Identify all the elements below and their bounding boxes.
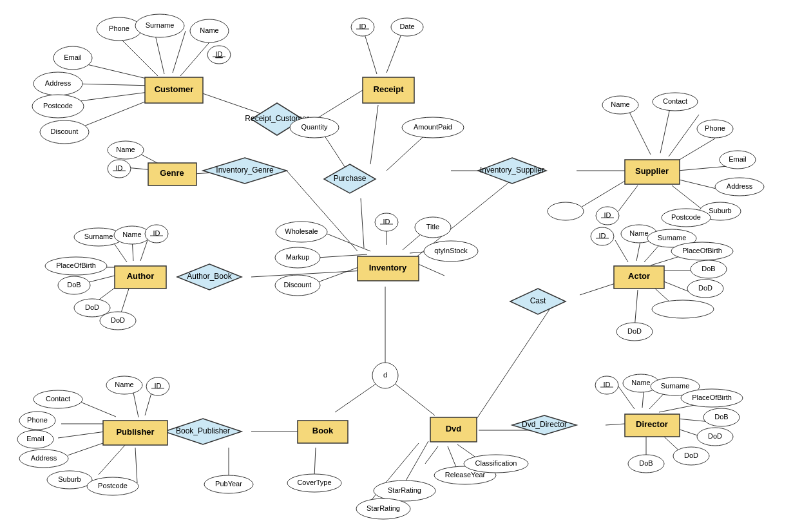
svg-line-30 <box>618 185 638 211</box>
dvd-starrating-label: StarRating <box>388 486 421 494</box>
svg-line-29 <box>672 185 702 209</box>
svg-line-26 <box>675 138 715 162</box>
inventory-markup-label: Markup <box>286 253 310 261</box>
director-dob2-label: DoB <box>639 459 653 467</box>
svg-line-59 <box>335 383 377 412</box>
svg-line-60 <box>394 383 435 415</box>
genre-name-label: Name <box>116 146 135 153</box>
svg-line-28 <box>676 179 721 190</box>
svg-line-68 <box>135 448 137 483</box>
specialization-label: d <box>383 371 387 379</box>
author-book-label: Author_Book <box>187 272 232 281</box>
author-label: Author <box>127 271 155 281</box>
receipt-label: Receipt <box>374 84 405 94</box>
actor-placeofbirth2-attr <box>652 300 714 318</box>
author-name-label: Name <box>122 231 141 238</box>
svg-line-11 <box>387 31 403 73</box>
actor-placeofbirth-label: PlaceOfBirth <box>682 247 722 254</box>
customer-address-label: Address <box>45 79 72 87</box>
book-label: Book <box>312 426 334 435</box>
author-surname-label: Surname <box>84 233 113 240</box>
purchase-label: Purchase <box>334 174 367 183</box>
actor-surname-label: Surname <box>658 234 687 242</box>
dvd-label: Dvd <box>446 424 462 433</box>
dvd-director-label: Dvd_Director <box>522 420 567 429</box>
inventory-supplier-label: Inventory_Supplier <box>480 166 544 175</box>
director-dod2-label: DoD <box>684 451 698 459</box>
svg-line-41 <box>113 242 127 262</box>
purchase-quantity-label: Quantity <box>301 123 328 131</box>
supplier-address-label: Address <box>727 182 753 190</box>
svg-line-4 <box>173 31 186 73</box>
publisher-phone-label: Phone <box>27 416 48 424</box>
actor-label: Actor <box>628 271 650 281</box>
supplier-suburb-label: Suburb <box>709 207 731 214</box>
author-dod-label: DoD <box>85 303 99 311</box>
customer-name-label: Name <box>200 26 218 34</box>
director-dod-label: DoD <box>708 432 722 440</box>
book-publisher-label: Book_Publisher <box>176 426 230 435</box>
supplier-id2-attr <box>548 202 584 220</box>
actor-dod2-label: DoD <box>627 327 642 335</box>
publisher-postcode-label: Postcode <box>98 482 128 489</box>
inventory-discount-label: Discount <box>284 281 312 289</box>
svg-line-3 <box>155 32 164 74</box>
supplier-email-label: Email <box>729 155 747 163</box>
publisher-label: Publisher <box>116 427 154 437</box>
svg-line-27 <box>678 166 728 171</box>
supplier-phone-label: Phone <box>705 124 725 132</box>
supplier-postcode-label: Postcode <box>671 213 701 221</box>
svg-line-56 <box>580 283 615 295</box>
publisher-email-label: Email <box>26 435 44 442</box>
svg-line-23 <box>628 109 651 155</box>
actor-dod-label: DoD <box>698 284 712 292</box>
director-name-label: Name <box>631 379 650 386</box>
director-surname-label: Surname <box>661 382 690 390</box>
svg-line-1 <box>316 90 363 119</box>
publisher-address-label: Address <box>31 454 57 462</box>
publisher-name-label: Name <box>115 381 133 388</box>
inventory-genre-label: Inventory_Genre <box>216 166 274 175</box>
svg-line-9 <box>77 98 155 129</box>
svg-line-10 <box>364 32 377 74</box>
customer-email-label: Email <box>64 53 82 61</box>
svg-line-76 <box>403 441 428 486</box>
dvd-releaseyear-label: ReleaseYear <box>445 471 486 479</box>
svg-line-83 <box>659 404 698 412</box>
author-dod2-label: DoD <box>111 316 125 324</box>
customer-postcode-label: Postcode <box>43 102 73 109</box>
book-publisher-pubyear-label: PubYear <box>215 480 242 488</box>
inventory-wholesale-label: Wholesale <box>285 227 318 235</box>
svg-line-31 <box>580 179 628 208</box>
customer-discount-label: Discount <box>51 128 79 135</box>
svg-line-7 <box>74 84 153 86</box>
inventory-qtyinstock-label: qtyInStock <box>434 247 468 254</box>
svg-line-17 <box>361 198 364 248</box>
svg-line-19 <box>387 132 428 171</box>
purchase-amountpaid-label: AmountPaid <box>414 123 452 131</box>
customer-phone-label: Phone <box>109 24 129 32</box>
svg-line-48 <box>615 240 628 262</box>
svg-line-24 <box>660 108 670 153</box>
customer-surname-label: Surname <box>146 21 175 29</box>
author-dob-label: DoB <box>67 281 81 289</box>
svg-line-25 <box>669 115 699 157</box>
publisher-suburb-label: Suburb <box>58 475 81 483</box>
inventory-title-label: Title <box>426 223 439 231</box>
supplier-label: Supplier <box>635 166 669 176</box>
director-dob-label: DoB <box>714 413 728 421</box>
author-placeofbirth-label: PlaceOfBirth <box>56 261 96 269</box>
director-placeofbirth-label: PlaceOfBirth <box>692 394 732 401</box>
actor-dob-label: DoB <box>702 265 715 272</box>
dvd-starrating2-label: StarRating <box>367 504 400 512</box>
inventory-label: Inventory <box>369 263 407 272</box>
svg-line-72 <box>314 448 316 477</box>
actor-name-label: Name <box>629 229 648 237</box>
customer-label: Customer <box>155 84 194 94</box>
svg-line-57 <box>477 303 554 419</box>
publisher-contact-label: Contact <box>46 395 70 403</box>
svg-line-79 <box>606 424 625 425</box>
svg-line-16 <box>370 105 378 164</box>
svg-line-67 <box>99 444 126 475</box>
supplier-name-label: Name <box>611 100 629 108</box>
